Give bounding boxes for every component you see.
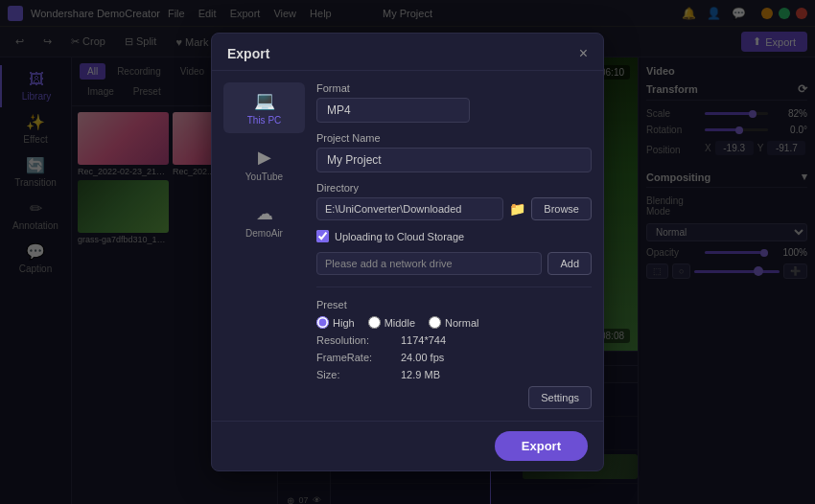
framerate-value: 24.00 fps: [401, 352, 444, 363]
dest-this-pc[interactable]: 💻 This PC: [223, 82, 305, 133]
radio-high-label: High: [333, 317, 355, 329]
format-select[interactable]: MP4 AVI MOV: [316, 98, 470, 123]
modal-destinations: 💻 This PC ▶ YouTube ☁ DemoAir: [223, 82, 305, 409]
export-modal: Export × 💻 This PC ▶ YouTube ☁ DemoAir: [211, 33, 604, 471]
youtube-icon: ▶: [258, 147, 271, 168]
size-row: Size: 12.9 MB: [316, 369, 592, 380]
radio-high[interactable]: [316, 316, 329, 329]
size-value: 12.9 MB: [401, 369, 440, 380]
pc-icon: 💻: [254, 90, 275, 111]
framerate-label: FrameRate:: [316, 352, 393, 363]
directory-label: Directory: [316, 182, 592, 194]
preset-high[interactable]: High: [316, 316, 355, 329]
radio-normal[interactable]: [429, 316, 441, 329]
modal-export-button[interactable]: Export: [495, 431, 588, 461]
upload-row: Uploading to Cloud Storage: [316, 230, 592, 242]
divider: [316, 286, 592, 287]
radio-middle[interactable]: [368, 316, 381, 329]
modal-overlay: Export × 💻 This PC ▶ YouTube ☁ DemoAir: [0, 0, 815, 504]
modal-footer: Export: [212, 421, 603, 470]
cloud-icon: ☁: [256, 203, 273, 224]
project-name-input[interactable]: [316, 148, 592, 172]
dest-youtube-label: YouTube: [245, 172, 283, 182]
dest-pc-label: This PC: [247, 115, 282, 126]
modal-header: Export ×: [212, 34, 603, 71]
dest-youtube[interactable]: ▶ YouTube: [223, 139, 305, 190]
preset-section: Preset High Middle Normal: [316, 299, 592, 409]
cloud-row: Please add a network drive Add: [316, 252, 592, 275]
modal-main-content: Format MP4 AVI MOV Project Name: [316, 82, 592, 409]
dest-demoair-label: DemoAir: [245, 228, 283, 239]
modal-title: Export: [227, 46, 269, 61]
preset-label: Preset: [316, 299, 592, 310]
directory-field: Directory 📁 Browse: [316, 182, 592, 220]
browse-button[interactable]: Browse: [531, 197, 592, 220]
add-button[interactable]: Add: [547, 252, 592, 275]
cloud-select[interactable]: Please add a network drive: [316, 252, 542, 275]
resolution-value: 1174*744: [401, 334, 446, 346]
project-name-label: Project Name: [316, 132, 592, 144]
size-label: Size:: [316, 369, 393, 380]
upload-checkbox[interactable]: [316, 230, 329, 242]
radio-middle-label: Middle: [384, 317, 415, 329]
format-field: Format MP4 AVI MOV: [316, 82, 592, 123]
dest-demoair[interactable]: ☁ DemoAir: [223, 195, 305, 246]
preset-normal[interactable]: Normal: [429, 316, 478, 329]
format-row: MP4 AVI MOV: [316, 98, 592, 123]
modal-body: 💻 This PC ▶ YouTube ☁ DemoAir Format: [212, 71, 603, 421]
folder-icon[interactable]: 📁: [509, 201, 525, 217]
directory-row: 📁 Browse: [316, 197, 592, 220]
preset-row: High Middle Normal: [316, 316, 592, 329]
settings-button[interactable]: Settings: [528, 386, 592, 409]
project-name-field: Project Name: [316, 132, 592, 172]
modal-close-button[interactable]: ×: [579, 45, 588, 62]
framerate-row: FrameRate: 24.00 fps: [316, 352, 592, 363]
format-label: Format: [316, 82, 592, 94]
upload-label: Uploading to Cloud Storage: [335, 231, 464, 242]
radio-normal-label: Normal: [445, 317, 478, 329]
directory-input[interactable]: [316, 197, 503, 220]
preset-middle[interactable]: Middle: [368, 316, 415, 329]
resolution-label: Resolution:: [316, 334, 393, 346]
resolution-row: Resolution: 1174*744: [316, 334, 592, 346]
